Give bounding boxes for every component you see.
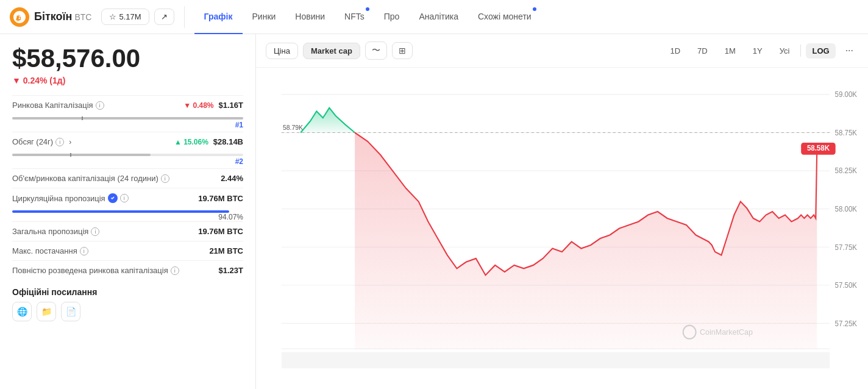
y-label-5775k: 57.75K	[835, 243, 858, 251]
volume-value: $28.14B	[213, 137, 243, 146]
time-1d-button[interactable]: 1D	[664, 43, 686, 59]
total-supply-value-wrap: 19.76M BTC	[198, 227, 243, 236]
market-cap-progress-wrap: #1	[12, 117, 243, 132]
share-button[interactable]: ↗	[154, 9, 174, 25]
time-7d-button[interactable]: 7D	[691, 43, 714, 59]
volume-progress-bar	[12, 154, 243, 156]
chart-controls: Ціна Market cap 〜 ⊞ 1D 7D 1M 1Y Усі LOG …	[256, 34, 868, 68]
tab-markets[interactable]: Ринки	[243, 0, 286, 34]
candle-chart-icon-button[interactable]: ⊞	[392, 42, 413, 59]
fully-diluted-label: Повністю розведена ринкова капіталізація…	[12, 266, 179, 275]
max-supply-info-icon[interactable]: i	[80, 247, 88, 255]
circulating-info-icon[interactable]: i	[120, 194, 129, 202]
market-cap-progress-bar	[12, 117, 243, 120]
total-supply-value: 19.76M BTC	[198, 227, 243, 236]
time-1m-button[interactable]: 1M	[719, 43, 742, 59]
tab-similar[interactable]: Схожі монети	[468, 0, 541, 34]
total-supply-info-icon[interactable]: i	[91, 227, 99, 236]
website-icon: 🌐	[17, 307, 27, 316]
stat-circulating-supply: Циркуляційна пропозиція i 19.76M BTC	[12, 188, 243, 208]
tab-chart[interactable]: Графік	[194, 0, 243, 34]
official-links-title: Офіційні посилання	[12, 287, 243, 297]
official-links-row: 🌐 📁 📄	[12, 299, 243, 321]
vol-cap-label: Об'єм/ринкова капіталізація (24 години) …	[12, 174, 169, 183]
stat-max-supply: Макс. постачання i 21M BTC	[12, 241, 243, 260]
market-cap-rank: #1	[12, 121, 243, 132]
vol-cap-value: 2.44%	[221, 174, 243, 183]
similar-dot	[533, 7, 536, 11]
link-whitepaper-btn[interactable]: 📄	[61, 302, 80, 321]
market-cap-value: $1.16T	[219, 101, 243, 110]
whitepaper-icon: 📄	[66, 307, 76, 316]
link-github-btn[interactable]: 📁	[37, 302, 56, 321]
ref-price-label: 58.79K	[283, 124, 304, 131]
volume-progress-wrap: #2	[12, 154, 243, 168]
link-website-btn[interactable]: 🌐	[12, 302, 32, 321]
volume-expand-icon[interactable]: ›	[69, 138, 71, 146]
total-supply-label: Загальна пропозиція i	[12, 227, 99, 236]
price-change-1d: ▼ 0.24% (1д)	[12, 76, 243, 85]
watchlist-button[interactable]: ☆ 5.17M	[101, 9, 149, 25]
stat-total-supply: Загальна пропозиція i 19.76M BTC	[12, 221, 243, 241]
circulating-progress-wrap: 94.07%	[12, 210, 243, 221]
volume-progress-fill	[12, 154, 151, 156]
fully-diluted-value-wrap: $1.23T	[219, 266, 243, 275]
time-1y-button[interactable]: 1Y	[747, 43, 769, 59]
volume-rank: #2	[12, 157, 243, 168]
main-price: $58,576.00	[12, 44, 243, 73]
price-chart-svg: 59.00K 58.75K 58.25K 58.00K 57.75K 57.50…	[256, 68, 868, 389]
circulating-pct: 94.07%	[12, 213, 243, 221]
vol-cap-value-wrap: 2.44%	[221, 174, 243, 183]
market-cap-tick	[82, 116, 83, 120]
chart-nav-tabs: Графік Ринки Новини NFTs Про Аналітика С…	[194, 0, 858, 34]
nav-divider	[184, 6, 185, 28]
time-log-button[interactable]: LOG	[806, 43, 835, 59]
max-supply-value-wrap: 21M BTC	[209, 246, 243, 255]
time-all-button[interactable]: Усі	[774, 43, 796, 59]
share-icon: ↗	[161, 12, 168, 21]
stat-volume: Обсяг (24г) i › ▲ 15.06% $28.14B	[12, 132, 243, 151]
price-tab-button[interactable]: Ціна	[266, 43, 298, 59]
main-content: $58,576.00 ▼ 0.24% (1д) Ринкова Капіталі…	[0, 34, 868, 389]
sidebar: $58,576.00 ▼ 0.24% (1д) Ринкова Капіталі…	[0, 34, 256, 389]
max-supply-label: Макс. постачання i	[12, 246, 88, 255]
y-label-59k: 59.00K	[835, 90, 858, 98]
fully-diluted-value: $1.23T	[219, 266, 243, 275]
nfts-dot	[366, 7, 369, 11]
market-cap-tab-button[interactable]: Market cap	[303, 43, 360, 59]
y-label-575k: 57.50K	[835, 281, 858, 289]
current-price-tag-text: 58.58K	[807, 144, 830, 152]
tab-news[interactable]: Новини	[285, 0, 335, 34]
github-icon: 📁	[41, 307, 52, 316]
tab-about[interactable]: Про	[374, 0, 410, 34]
stat-vol-cap-ratio: Об'єм/ринкова капіталізація (24 години) …	[12, 168, 243, 188]
max-supply-value: 21M BTC	[209, 246, 243, 255]
circulating-label: Циркуляційна пропозиція i	[12, 193, 129, 203]
tab-analytics[interactable]: Аналітика	[409, 0, 468, 34]
coin-ticker: BTC	[74, 12, 91, 22]
line-chart-icon-button[interactable]: 〜	[365, 41, 387, 60]
market-cap-label: Ринкова Капіталізація i	[12, 101, 104, 110]
volume-label: Обсяг (24г) i ›	[12, 137, 71, 146]
volume-tick	[70, 153, 71, 157]
fully-diluted-info-icon[interactable]: i	[171, 266, 179, 275]
coin-name: Біткоїн	[34, 10, 72, 23]
market-cap-values: ▼ 0.48% $1.16T	[183, 101, 243, 110]
circulating-value-wrap: 19.76M BTC	[198, 194, 243, 203]
tab-nfts[interactable]: NFTs	[335, 0, 374, 34]
volume-change: ▲ 15.06%	[174, 138, 208, 146]
stat-fully-diluted: Повністю розведена ринкова капіталізація…	[12, 260, 243, 280]
market-cap-change: ▼ 0.48%	[183, 101, 213, 110]
top-navigation: Біткоїн BTC ☆ 5.17M ↗ Графік Ринки Новин…	[0, 0, 868, 34]
verified-icon	[108, 193, 118, 203]
time-divider	[800, 45, 801, 57]
circulating-value: 19.76M BTC	[198, 194, 243, 203]
star-icon: ☆	[109, 12, 116, 21]
volume-info-icon[interactable]: i	[55, 138, 64, 146]
market-cap-info-icon[interactable]: i	[96, 101, 104, 110]
chart-wrapper: 59.00K 58.75K 58.25K 58.00K 57.75K 57.50…	[256, 68, 868, 389]
volume-values: ▲ 15.06% $28.14B	[174, 137, 243, 146]
market-cap-progress-fill	[12, 117, 243, 120]
vol-cap-info-icon[interactable]: i	[161, 174, 169, 183]
more-options-button[interactable]: ···	[841, 42, 858, 59]
